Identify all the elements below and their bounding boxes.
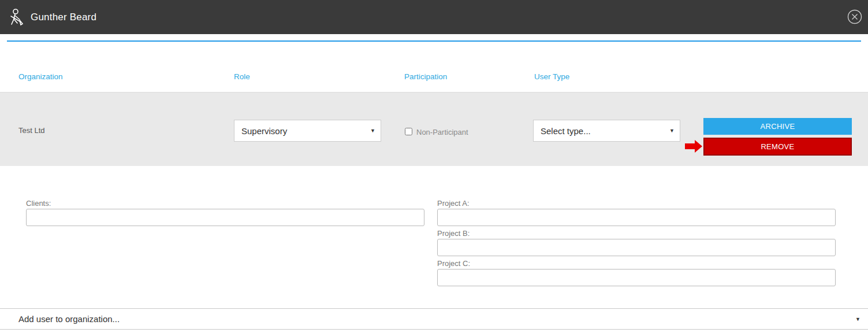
project-c-input[interactable]: [437, 269, 836, 286]
close-icon: [847, 18, 863, 27]
project-b-input[interactable]: [437, 239, 836, 256]
chevron-down-icon: ▼: [669, 128, 675, 134]
project-c-label: Project C:: [437, 259, 470, 268]
organization-name: Test Ltd: [18, 126, 45, 135]
project-b-label: Project B:: [437, 229, 470, 238]
user-type-select[interactable]: Select type... ▼: [533, 120, 680, 142]
chevron-down-icon: ▼: [855, 316, 860, 322]
add-user-select-value: Add user to organization...: [18, 314, 120, 324]
digging-person-icon: [8, 8, 25, 27]
archive-button[interactable]: ARCHIVE: [703, 118, 852, 135]
non-participant-checkbox[interactable]: [405, 128, 412, 135]
annotation-arrow-icon: [685, 140, 702, 153]
column-header-user-type: User Type: [534, 72, 569, 81]
role-select[interactable]: Supervisory ▼: [234, 120, 381, 142]
project-a-label: Project A:: [437, 199, 470, 208]
user-type-select-value: Select type...: [541, 126, 591, 136]
close-button[interactable]: [847, 9, 863, 25]
remove-button[interactable]: REMOVE: [703, 138, 852, 156]
modal-header: Gunther Beard: [0, 0, 868, 34]
modal-title: Gunther Beard: [31, 12, 96, 23]
column-header-participation: Participation: [404, 72, 447, 81]
accent-divider: [7, 40, 861, 42]
member-row: Test Ltd Supervisory ▼ Non-Participant S…: [0, 93, 868, 166]
project-a-input[interactable]: [437, 209, 836, 226]
clients-label: Clients:: [26, 199, 51, 208]
chevron-down-icon: ▼: [370, 128, 375, 134]
role-select-value: Supervisory: [241, 126, 287, 136]
add-user-select[interactable]: Add user to organization... ▼: [0, 308, 868, 330]
column-header-role: Role: [234, 72, 250, 81]
column-header-organization: Organization: [18, 72, 63, 81]
clients-input[interactable]: [26, 209, 424, 226]
non-participant-label: Non-Participant: [416, 128, 468, 136]
